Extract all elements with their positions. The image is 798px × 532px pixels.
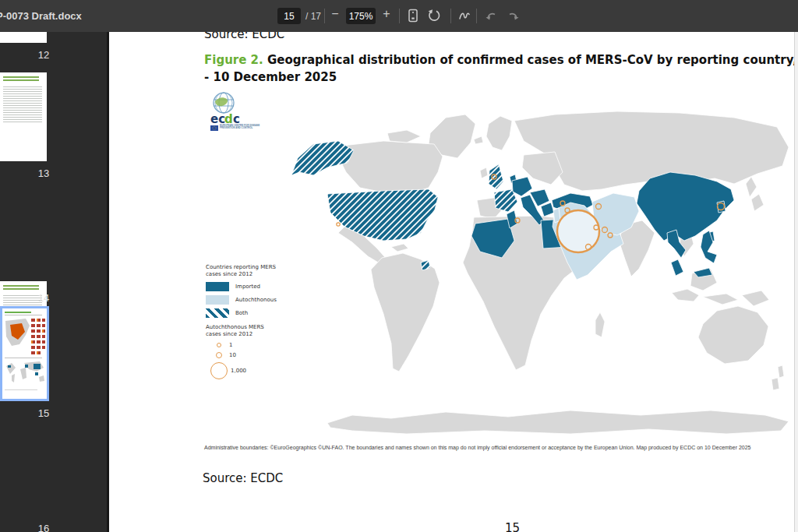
- ink-annotate-icon[interactable]: [457, 9, 471, 23]
- zoom-in-button[interactable]: +: [379, 7, 394, 21]
- legend-item-autochthonous: Autochthonous: [206, 295, 281, 305]
- circle-size-1000-icon: [210, 362, 228, 379]
- current-page-input[interactable]: 15: [277, 8, 301, 24]
- zoom-level-input[interactable]: 175%: [346, 8, 376, 24]
- thumbnail-sidebar: 12 13 14: [0, 32, 107, 532]
- source-line-bottom: Source: ECDC: [203, 471, 283, 485]
- legend-cases-heading: Autochthonous MERS cases since 2012: [206, 324, 281, 338]
- figure-title-line2: - 10 December 2025: [204, 70, 337, 84]
- ecdc-logo-subtitle: EUROPEAN CENTRE FOR DISEASE PREVENTION A…: [220, 125, 267, 130]
- thumbnail-page-12[interactable]: [0, 32, 47, 43]
- thumbnail-label-15: 15: [0, 407, 87, 419]
- toolbar-separator: [450, 9, 451, 23]
- thumbnail-page-13[interactable]: [0, 72, 47, 161]
- viewer-toolbar: P-0073 Draft.docx 15 / 17 − 175% +: [0, 0, 798, 32]
- total-pages-label: / 17: [305, 11, 321, 22]
- legend-size-1: 1: [206, 342, 281, 348]
- thumbnail-label-12: 12: [0, 49, 87, 61]
- world-map: [290, 110, 796, 444]
- page-fit-icon[interactable]: [406, 9, 420, 23]
- legend-item-imported: Imported: [206, 282, 281, 291]
- sidebar-resize-divider[interactable]: [107, 32, 109, 532]
- both-swatch: [206, 308, 229, 318]
- imported-swatch: [206, 282, 229, 291]
- legend-size-10: 10: [206, 352, 281, 358]
- legend-countries-heading: Countries reporting MERS cases since 201…: [206, 264, 281, 278]
- toolbar-separator: [476, 9, 477, 23]
- ecdc-logo: ec d c EUROPEAN CENTRE FOR DISEASE PREVE…: [207, 91, 268, 135]
- thumbnail-label-16: 16: [0, 523, 87, 532]
- vertical-scrollbar[interactable]: [794, 32, 798, 532]
- legend-size-1000: 1,000: [206, 362, 281, 379]
- circle-size-10-icon: [216, 352, 222, 358]
- rotate-icon[interactable]: [427, 9, 441, 23]
- toolbar-separator: [399, 9, 400, 23]
- figure-title: Figure 2. Geographical distribution of c…: [204, 51, 798, 86]
- figure-label: Figure 2.: [204, 53, 263, 67]
- thumbnail-page-15-selected[interactable]: [0, 306, 49, 401]
- document-page: Source: ECDC Figure 2. Geographical dist…: [109, 32, 795, 532]
- map-legend: Countries reporting MERS cases since 201…: [206, 264, 281, 383]
- redo-icon[interactable]: [506, 9, 520, 23]
- document-title: P-0073 Draft.docx: [0, 10, 82, 22]
- zoom-out-button[interactable]: −: [327, 7, 343, 21]
- figure-title-line1: Geographical distribution of confirmed c…: [263, 53, 798, 67]
- autochthonous-swatch: [206, 295, 229, 305]
- page-number-footer: 15: [505, 521, 520, 532]
- map-land: [327, 111, 789, 434]
- thumbnail-label-14: 14: [0, 292, 87, 304]
- undo-icon[interactable]: [485, 9, 499, 23]
- circle-size-1-icon: [217, 343, 221, 347]
- map-footnote: Administrative boundaries: ©EuroGeograph…: [204, 445, 751, 450]
- toolbar-separator: [324, 9, 325, 23]
- thumbnail-label-13: 13: [0, 167, 87, 179]
- thumbnail-15-preview: [2, 308, 47, 399]
- legend-item-both: Both: [206, 308, 281, 318]
